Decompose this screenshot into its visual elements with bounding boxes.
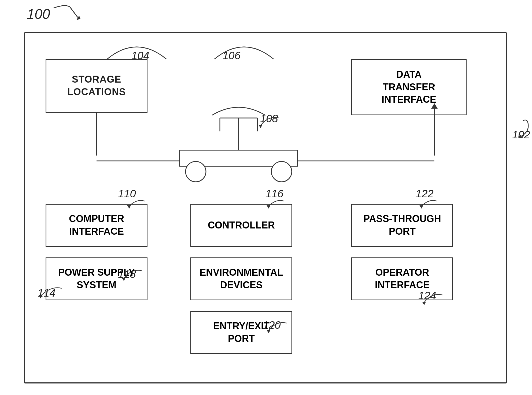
dti-arc: [209, 32, 279, 64]
figure-label: 100: [27, 6, 50, 22]
svg-marker-1: [518, 135, 522, 138]
ref-120-arrow: [263, 318, 292, 339]
svg-marker-20: [267, 330, 270, 333]
operator-interface-label: OPERATORINTERFACE: [375, 266, 430, 291]
storage-locations-box: STORAGELOCATIONS: [46, 59, 147, 113]
figure-arrow: [48, 3, 83, 24]
storage-locations-label: STORAGELOCATIONS: [67, 73, 126, 98]
ref-124-arrow: [418, 290, 448, 311]
environmental-devices-box: ENVIRONMENTALDEVICES: [190, 257, 292, 300]
computer-interface-label: COMPUTERINTERFACE: [69, 213, 124, 238]
controller-label: CONTROLLER: [208, 219, 275, 232]
storage-arc: [102, 32, 172, 64]
svg-marker-18: [39, 295, 42, 298]
data-transfer-interface-box: DATATRANSFERINTERFACE: [351, 59, 467, 115]
ref-122-arrow: [416, 196, 442, 215]
ref-118-arrow: [118, 265, 147, 287]
data-transfer-interface-label: DATATRANSFERINTERFACE: [382, 68, 436, 106]
svg-point-8: [271, 161, 292, 182]
ref-108-arrow: [255, 113, 284, 134]
entry-exit-port-label: ENTRY/EXITPORT: [213, 320, 270, 345]
svg-marker-22: [258, 125, 262, 128]
svg-point-7: [186, 161, 206, 182]
svg-marker-19: [122, 278, 125, 281]
environmental-devices-label: ENVIRONMENTALDEVICES: [200, 266, 283, 291]
svg-marker-21: [422, 302, 426, 305]
svg-marker-15: [127, 205, 131, 209]
ref-110-arrow: [123, 196, 150, 215]
ref-116-arrow: [263, 196, 290, 215]
pass-through-port-label: PASS-THROUGHPORT: [363, 213, 441, 238]
svg-marker-17: [419, 205, 423, 209]
ref-114-arrow: [35, 283, 67, 304]
svg-marker-16: [267, 205, 270, 209]
